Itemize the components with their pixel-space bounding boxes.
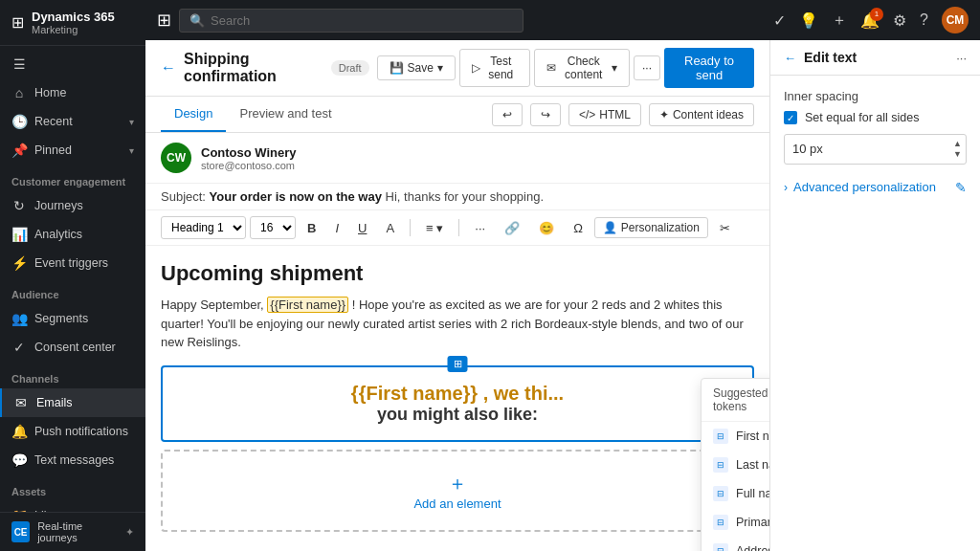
bold-button[interactable]: B: [300, 217, 323, 239]
align-button[interactable]: ≡ ▾: [418, 217, 451, 239]
personalization-button[interactable]: 👤 Personalization: [594, 217, 708, 238]
add-icon[interactable]: ＋: [832, 11, 847, 31]
heading-select[interactable]: Heading 1: [161, 216, 246, 239]
check-chevron-icon: ▾: [612, 61, 617, 75]
more-format-button[interactable]: ···: [467, 217, 493, 239]
html-icon: </>: [579, 108, 595, 121]
sidebar-item-segments[interactable]: 👥 Segments: [0, 304, 145, 333]
sidebar-header: ⊞ Dynamics 365 Marketing: [0, 0, 145, 46]
token-dropdown: Suggested pre-defined tokens ℹ ⊟ First n…: [701, 378, 769, 551]
link-button[interactable]: 🔗: [497, 217, 527, 239]
lightbulb-icon[interactable]: 💡: [799, 11, 818, 30]
add-element-area[interactable]: ＋ Add an element: [161, 450, 754, 532]
undo-button[interactable]: ↩: [492, 103, 523, 126]
avatar[interactable]: CM: [942, 7, 969, 33]
content-ideas-button[interactable]: ✦ Content ideas: [649, 103, 754, 126]
html-label: HTML: [599, 108, 631, 121]
text-messages-icon: 💬: [11, 452, 27, 468]
section-content: {{First name}} , we thi...: [178, 383, 737, 405]
font-size-select[interactable]: 16: [250, 216, 296, 239]
personalization-label: Personalization: [621, 221, 700, 234]
section-handle[interactable]: ⊞: [448, 356, 468, 372]
save-icon: 💾: [390, 61, 404, 75]
search-input[interactable]: [211, 13, 513, 28]
right-panel-body: Inner spacing ✓ Set equal for all sides …: [770, 76, 980, 551]
emoji-button[interactable]: 😊: [531, 217, 562, 239]
gear-icon[interactable]: ⚙: [893, 11, 906, 30]
sender-row: CW Contoso Winery store@contoso.com: [145, 133, 769, 184]
bell-icon[interactable]: 🔔 1: [860, 11, 880, 30]
home-label: Home: [34, 86, 66, 99]
grid-icon[interactable]: ⊞: [11, 13, 24, 32]
font-color-button[interactable]: A: [378, 217, 402, 239]
sidebar-item-home[interactable]: ⌂ Home: [0, 78, 145, 107]
token-item-address1city[interactable]: ⊟ Address1 City ⠿: [702, 537, 769, 551]
app-launcher-icon[interactable]: ⊞: [157, 10, 171, 31]
tab-preview-and-test[interactable]: Preview and test: [226, 97, 345, 132]
format-toolbar: Heading 1 16 B I U A ≡ ▾ ··· 🔗 😊 Ω 👤 Per…: [145, 210, 769, 246]
underline-button[interactable]: U: [350, 217, 374, 239]
first-name-token[interactable]: {{First name}}: [267, 297, 348, 313]
analytics-label: Analytics: [34, 228, 82, 241]
stepper-down[interactable]: ▼: [953, 149, 962, 160]
subject-row: Subject: Your order is now on the way Hi…: [145, 184, 769, 210]
analytics-icon: 📊: [11, 227, 27, 242]
edit-icon[interactable]: ✎: [955, 180, 967, 195]
personalization-icon: 👤: [603, 221, 617, 234]
more-options-button[interactable]: ···: [634, 55, 660, 80]
check-content-button[interactable]: ✉ Check content ▾: [534, 49, 630, 87]
token-item-fullname[interactable]: ⊟ Full name ⠿: [702, 479, 769, 508]
sidebar-item-recent[interactable]: 🕒 Recent ▾: [0, 107, 145, 136]
panel-back-button[interactable]: ←: [784, 51, 796, 65]
sidebar-item-event-triggers[interactable]: ⚡ Event triggers: [0, 249, 145, 277]
token-item-firstname[interactable]: ⊟ First name ✓ ⠿: [702, 422, 769, 451]
save-button[interactable]: 💾 Save ▾: [377, 55, 456, 80]
sidebar-item-journeys[interactable]: ↻ Journeys: [0, 191, 145, 220]
recent-label: Recent: [34, 115, 73, 128]
sidebar-item-consent-center[interactable]: ✓ Consent center: [0, 333, 145, 362]
set-equal-checkbox[interactable]: ✓: [784, 111, 797, 124]
home-icon: ⌂: [11, 85, 27, 100]
token-item-primaryemail[interactable]: ⊟ Primary Email ✓ ⠿: [702, 508, 769, 537]
sidebar-item-push-notifications[interactable]: 🔔 Push notifications: [0, 417, 145, 446]
token-item-lastname[interactable]: ⊟ Last name ⠿: [702, 451, 769, 479]
search-box[interactable]: 🔍: [179, 9, 523, 33]
sidebar-footer[interactable]: CE Real-time journeys ✦: [0, 512, 145, 551]
redo-button[interactable]: ↪: [530, 103, 561, 126]
sidebar-item-emails[interactable]: ✉ Emails: [0, 388, 145, 417]
editor-topbar-actions: 💾 Save ▾ ▷ Test send ✉ Check content ▾: [377, 48, 754, 88]
back-button[interactable]: ←: [161, 59, 176, 77]
token-icon-2: ⊟: [713, 457, 728, 473]
advanced-personalization-row[interactable]: › Advanced personalization ✎: [784, 180, 967, 195]
ready-to-send-button[interactable]: Ready to send: [664, 48, 754, 88]
save-chevron-icon: ▾: [437, 61, 443, 75]
sidebar-item-analytics[interactable]: 📊 Analytics: [0, 220, 145, 249]
save-label: Save: [408, 61, 434, 75]
sidebar: ⊞ Dynamics 365 Marketing ☰ ⌂ Home 🕒 Rece…: [0, 0, 145, 551]
checkmark-icon[interactable]: ✓: [773, 11, 786, 30]
footer-badge: CE: [11, 521, 30, 542]
recent-icon: 🕒: [11, 114, 27, 129]
help-icon[interactable]: ?: [920, 11, 928, 29]
stepper-up[interactable]: ▲: [953, 139, 962, 149]
italic-button[interactable]: I: [327, 217, 346, 239]
sidebar-item-pinned[interactable]: 📌 Pinned ▾: [0, 136, 145, 165]
test-send-button[interactable]: ▷ Test send: [459, 49, 530, 87]
segments-icon: 👥: [11, 311, 27, 326]
selected-section: ⊞ {{First name}} , we thi... you might a…: [161, 365, 754, 442]
special-char-button[interactable]: Ω: [566, 217, 590, 239]
more-icon: ···: [642, 61, 652, 75]
html-button[interactable]: </> HTML: [568, 103, 641, 126]
consent-icon: ✓: [11, 340, 27, 355]
check-content-label: Check content: [560, 55, 608, 81]
sidebar-menu-toggle[interactable]: ☰: [0, 50, 145, 78]
sidebar-item-text-messages[interactable]: 💬 Text messages: [0, 446, 145, 474]
tab-design[interactable]: Design: [161, 97, 226, 132]
sidebar-item-library[interactable]: 📁 Library: [0, 501, 145, 512]
spacing-input[interactable]: [792, 142, 953, 156]
channels-section: Channels: [0, 362, 145, 388]
panel-more-button[interactable]: ···: [956, 51, 967, 65]
segments-label: Segments: [34, 312, 88, 325]
token-icon-4: ⊟: [713, 515, 728, 530]
eraser-button[interactable]: ✂: [712, 217, 738, 239]
